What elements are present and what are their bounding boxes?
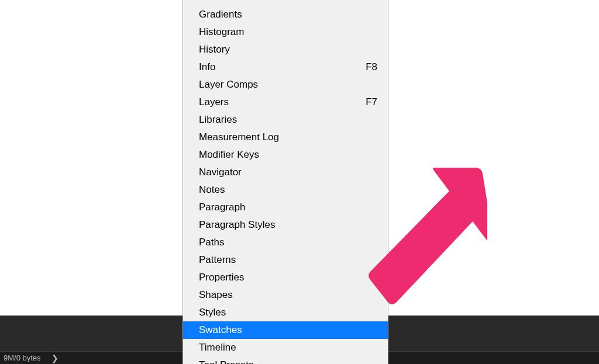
menu-item-swatches[interactable]: Swatches	[183, 321, 388, 339]
chevron-right-icon[interactable]: ❯	[51, 353, 58, 363]
menu-item-shapes[interactable]: Shapes	[183, 286, 388, 304]
menu-item-tool-presets[interactable]: Tool Presets	[183, 356, 388, 364]
menu-item-label: Paths	[199, 237, 224, 248]
menu-item-navigator[interactable]: Navigator	[183, 164, 388, 181]
menu-item-label: Swatches	[199, 324, 242, 336]
menu-item-notes[interactable]: Notes	[183, 181, 388, 199]
menu-item[interactable]	[183, 0, 388, 6]
menu-item-measurement-log[interactable]: Measurement Log	[183, 129, 388, 146]
menu-item-paths[interactable]: Paths	[183, 234, 388, 251]
menu-item-history[interactable]: History	[183, 41, 388, 58]
menu-item-label: Layer Comps	[199, 79, 258, 91]
menu-item-label: History	[199, 44, 230, 56]
menu-item-label: Paragraph Styles	[199, 219, 275, 231]
menu-item-histogram[interactable]: Histogram	[183, 23, 388, 41]
menu-item-label: Paragraph	[199, 202, 245, 213]
menu-item-gradients[interactable]: Gradients	[183, 6, 388, 23]
menu-item-properties[interactable]: Properties	[183, 269, 388, 286]
menu-item-label: Modifier Keys	[199, 149, 259, 161]
menu-item-patterns[interactable]: Patterns	[183, 251, 388, 269]
window-dropdown-menu: Gradients Histogram History Info F8 Laye…	[183, 0, 388, 364]
menu-item-label: Timeline	[199, 342, 236, 353]
menu-item-label: Shapes	[199, 289, 233, 301]
menu-item-label: Styles	[199, 307, 226, 318]
menu-item-shortcut: F7	[366, 96, 377, 108]
menu-item-info[interactable]: Info F8	[183, 58, 388, 76]
menu-item-label: Histogram	[199, 26, 244, 38]
menu-item-label: Info	[199, 61, 215, 73]
menu-item-layers[interactable]: Layers F7	[183, 93, 388, 111]
menu-item-label: Layers	[199, 96, 229, 108]
menu-item-shortcut: F8	[366, 61, 377, 73]
menu-item-timeline[interactable]: Timeline	[183, 339, 388, 356]
menu-item-layer-comps[interactable]: Layer Comps	[183, 76, 388, 93]
menu-item-paragraph[interactable]: Paragraph	[183, 199, 388, 216]
menu-item-libraries[interactable]: Libraries	[183, 111, 388, 129]
menu-item-label: Measurement Log	[199, 131, 279, 143]
menu-item-label: Patterns	[199, 254, 236, 266]
menu-item-styles[interactable]: Styles	[183, 304, 388, 321]
menu-item-label: Notes	[199, 184, 225, 196]
menu-item-paragraph-styles[interactable]: Paragraph Styles	[183, 216, 388, 234]
menu-item-modifier-keys[interactable]: Modifier Keys	[183, 146, 388, 164]
menu-item-label: Libraries	[199, 114, 237, 126]
menu-item-label: Gradients	[199, 9, 242, 20]
menu-item-label: Tool Presets	[199, 359, 254, 364]
menu-item-label: Navigator	[199, 167, 242, 178]
menu-item-label: Properties	[199, 272, 244, 283]
status-text: 9M/0 bytes	[4, 353, 51, 362]
